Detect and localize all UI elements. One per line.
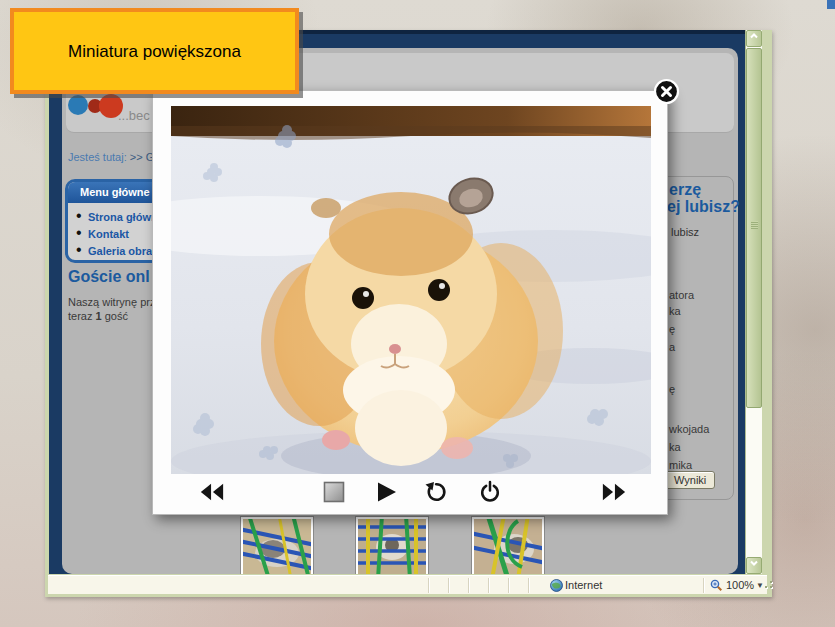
play-icon xyxy=(373,480,399,504)
enlarged-hamster-photo xyxy=(171,106,651,474)
security-zone-label: Internet xyxy=(565,579,602,591)
menu-item-contact-link[interactable]: Kontakt xyxy=(88,228,129,240)
window-resize-grip[interactable] xyxy=(762,578,774,590)
guests-online-text: Naszą witrynę prz xyxy=(68,296,155,308)
gallery-thumbnail[interactable] xyxy=(240,516,314,574)
guests-count-suffix: gość xyxy=(102,310,128,322)
close-icon xyxy=(653,78,680,105)
vertical-scrollbar[interactable] xyxy=(745,30,762,574)
refresh-icon xyxy=(423,480,449,504)
poll-option: a xyxy=(669,341,675,353)
annotation-callout: Miniatura powiększona xyxy=(10,8,299,94)
menu-item-gallery-link[interactable]: Galeria obraz xyxy=(88,245,158,257)
statusbar-separator xyxy=(703,578,704,593)
menu-item-home-link[interactable]: Strona główn xyxy=(88,211,158,223)
poll-option: atora xyxy=(669,289,694,301)
poll-option: ka xyxy=(669,441,681,453)
poll-results-button[interactable]: Wyniki xyxy=(665,471,715,489)
power-icon xyxy=(477,480,503,504)
site-logo-text: ...bec xyxy=(118,108,150,123)
hamster-cage-thumbnail-image xyxy=(358,519,426,574)
slideshow-stop-button[interactable] xyxy=(319,479,349,507)
guests-count-prefix: teraz xyxy=(68,310,96,322)
slideshow-play-button[interactable] xyxy=(371,479,401,507)
poll-option: ę xyxy=(669,383,675,395)
zoom-level-value[interactable]: 100% xyxy=(726,579,754,591)
poll-option: wkojada xyxy=(669,423,709,435)
statusbar-separator xyxy=(488,578,489,593)
annotation-callout-label: Miniatura powiększona xyxy=(68,42,241,61)
slideshow-previous-button[interactable] xyxy=(197,479,227,507)
statusbar-separator xyxy=(448,578,449,593)
slideshow-power-button[interactable] xyxy=(475,479,505,507)
lightbox-modal xyxy=(152,90,668,515)
poll-option: ę xyxy=(669,323,675,335)
breadcrumb: Jesteś tutaj: >> Gal xyxy=(68,151,163,163)
poll-title-line1: erzę xyxy=(669,181,701,199)
gallery-thumbnail[interactable] xyxy=(355,516,429,574)
statusbar-separator xyxy=(508,578,509,593)
statusbar-separator xyxy=(428,578,429,593)
browser-window: ...bec Jesteś tutaj: >> Gal Menu główne … xyxy=(45,30,772,597)
magnifier-plus-icon xyxy=(710,579,723,594)
status-bar: Internet 100% ▼ xyxy=(48,575,767,594)
poll-option: mika xyxy=(669,459,692,471)
chevron-up-icon xyxy=(749,31,759,41)
guests-online-title: Goście onl xyxy=(68,268,150,286)
hamster-cage-thumbnail-image xyxy=(243,519,311,574)
globe-icon xyxy=(550,579,563,594)
browser-viewport: ...bec Jesteś tutaj: >> Gal Menu główne … xyxy=(49,30,745,574)
slideshow-next-button[interactable] xyxy=(599,479,629,507)
guests-online-count: teraz 1 gość xyxy=(68,310,128,322)
statusbar-separator xyxy=(528,578,529,593)
poll-subtitle: lubisz xyxy=(671,226,699,238)
lightbox-close-button[interactable] xyxy=(653,78,680,105)
breadcrumb-prefix: Jesteś tutaj: xyxy=(68,151,130,163)
stop-icon xyxy=(321,480,347,504)
poll-title-line2: ej lubisz? xyxy=(667,198,740,216)
fast-forward-icon xyxy=(601,480,627,504)
scrollbar-thumb[interactable] xyxy=(746,48,762,408)
statusbar-separator xyxy=(468,578,469,593)
hamster-cage-thumbnail-image xyxy=(474,519,542,574)
chevron-down-icon xyxy=(749,558,759,568)
poll-option: ka xyxy=(669,305,681,317)
slideshow-refresh-button[interactable] xyxy=(421,479,451,507)
scrollbar-down-button[interactable] xyxy=(746,557,762,574)
logo-dot-blue xyxy=(68,95,88,115)
desktop-artifact xyxy=(827,0,835,9)
scrollbar-thumb-grip xyxy=(751,221,758,229)
gallery-thumbnail[interactable] xyxy=(471,516,545,574)
scrollbar-up-button[interactable] xyxy=(746,30,762,47)
rewind-icon xyxy=(199,480,225,504)
